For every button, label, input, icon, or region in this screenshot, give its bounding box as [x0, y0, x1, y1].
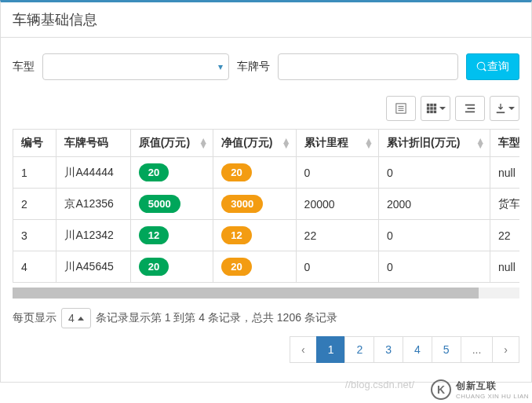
column-header-depr[interactable]: 累计折旧(万元)▲▼	[379, 130, 490, 157]
svg-rect-7	[426, 107, 429, 110]
cell-plate: 川A44444	[56, 157, 130, 189]
cell-id: 1	[13, 157, 56, 189]
cell-id: 3	[13, 220, 56, 251]
plate-number-input[interactable]	[278, 53, 458, 80]
panel-body: 车型 ▾ 车牌号 查询	[1, 38, 531, 382]
svg-rect-10	[426, 111, 429, 114]
svg-rect-12	[433, 111, 436, 114]
table-row[interactable]: 3川A12342121222022生产	[13, 220, 520, 251]
export-button[interactable]	[490, 96, 519, 121]
cell-plate: 川A45645	[56, 251, 130, 283]
watermark-brand: 创新互联	[456, 379, 529, 383]
cell-depr: 0	[379, 251, 490, 283]
cell-type: 货车	[490, 189, 519, 220]
page-size-label: 每页显示	[13, 311, 56, 325]
page-2[interactable]: 2	[344, 336, 374, 363]
toggle-view-button[interactable]	[421, 96, 450, 121]
caret-down-icon	[439, 107, 446, 110]
cell-mileage: 0	[296, 157, 378, 189]
vehicle-type-select[interactable]: ▾	[42, 53, 229, 80]
horizontal-scrollbar[interactable]	[13, 288, 519, 299]
page-size-value: 4	[68, 312, 75, 324]
table-scroll-container: 编号车牌号码原值(万元)▲▼净值(万元)▲▼累计里程▲▼累计折旧(万元)▲▼车型…	[13, 129, 519, 283]
pagination: ‹12345...›	[13, 332, 519, 374]
watermark-logo-icon: K	[431, 379, 451, 383]
cell-id: 2	[13, 189, 56, 220]
net-value-badge: 20	[221, 163, 251, 181]
svg-rect-5	[430, 104, 433, 107]
original-value-badge: 20	[139, 258, 169, 276]
column-header-id: 编号	[13, 130, 56, 157]
vehicle-type-input[interactable]	[42, 53, 229, 80]
table-row[interactable]: 4川A45645202000null暂无	[13, 251, 520, 283]
page-next[interactable]: ›	[492, 336, 519, 363]
table-row[interactable]: 1川A44444202000null暂无	[13, 157, 520, 189]
page-5[interactable]: 5	[432, 336, 461, 363]
cell-type: null	[490, 157, 519, 189]
cell-orig: 20	[130, 251, 213, 283]
records-info: 条记录显示第 1 到第 4 条记录，总共 1206 条记录	[96, 311, 337, 325]
caret-up-icon	[78, 317, 84, 321]
cell-depr: 2000	[379, 189, 490, 220]
original-value-badge: 5000	[139, 195, 180, 213]
page-prev[interactable]: ‹	[290, 336, 317, 363]
page-4[interactable]: 4	[403, 336, 432, 363]
search-button-label: 查询	[487, 60, 509, 74]
table-footer: 每页显示 4 条记录显示第 1 到第 4 条记录，总共 1206 条记录	[13, 299, 519, 332]
cell-id: 4	[13, 251, 56, 283]
sort-icon: ▲▼	[199, 138, 208, 148]
grid-icon	[426, 103, 437, 114]
cell-net: 3000	[213, 189, 296, 220]
caret-down-icon	[508, 107, 515, 110]
plate-number-label: 车牌号	[237, 60, 270, 74]
list-detail-icon	[395, 103, 406, 114]
table-row[interactable]: 2京A1235650003000200002000货车管理	[13, 189, 520, 220]
cell-plate: 川A12342	[56, 220, 130, 251]
sort-icon: ▲▼	[282, 138, 291, 148]
page-size-select[interactable]: 4	[61, 308, 91, 328]
sort-icon: ▲▼	[364, 138, 373, 148]
vehicle-type-label: 车型	[13, 60, 35, 74]
cell-net: 12	[213, 220, 296, 251]
toggle-pagination-button[interactable]	[386, 96, 416, 121]
cell-depr: 0	[379, 157, 490, 189]
cell-mileage: 0	[296, 251, 378, 283]
cell-orig: 12	[130, 220, 213, 251]
scrollbar-thumb[interactable]	[13, 288, 479, 299]
page-ellipsis[interactable]: ...	[461, 336, 494, 363]
svg-rect-11	[430, 111, 433, 114]
table-toolbar	[13, 96, 519, 121]
original-value-badge: 20	[139, 163, 169, 181]
search-button[interactable]: 查询	[466, 53, 519, 80]
cell-mileage: 20000	[296, 189, 378, 220]
columns-icon	[465, 103, 476, 114]
columns-button[interactable]	[455, 96, 485, 121]
svg-rect-6	[433, 104, 436, 107]
column-header-plate: 车牌号码	[56, 130, 130, 157]
net-value-badge: 20	[221, 258, 251, 276]
page-1[interactable]: 1	[316, 336, 346, 363]
table-header-row: 编号车牌号码原值(万元)▲▼净值(万元)▲▼累计里程▲▼累计折旧(万元)▲▼车型…	[13, 130, 520, 157]
vehicle-table: 编号车牌号码原值(万元)▲▼净值(万元)▲▼累计里程▲▼累计折旧(万元)▲▼车型…	[13, 129, 519, 283]
page-3[interactable]: 3	[373, 336, 403, 363]
net-value-badge: 12	[221, 226, 251, 244]
search-icon	[476, 61, 487, 72]
vehicle-info-panel: 车辆基础信息 车型 ▾ 车牌号 查询	[0, 0, 532, 383]
column-header-mileage[interactable]: 累计里程▲▼	[296, 130, 378, 157]
cell-plate: 京A12356	[56, 189, 130, 220]
svg-rect-4	[426, 104, 429, 107]
watermark: K 创新互联 CHUANG XIN HU LIAN	[431, 379, 529, 383]
export-icon	[495, 103, 506, 114]
original-value-badge: 12	[139, 226, 169, 244]
cell-net: 20	[213, 251, 296, 283]
cell-orig: 20	[130, 157, 213, 189]
cell-type: 22	[490, 220, 519, 251]
cell-type: null	[490, 251, 519, 283]
svg-rect-8	[430, 107, 433, 110]
net-value-badge: 3000	[221, 195, 263, 213]
column-header-net[interactable]: 净值(万元)▲▼	[213, 130, 296, 157]
sort-icon: ▲▼	[476, 138, 485, 148]
column-header-orig[interactable]: 原值(万元)▲▼	[130, 130, 213, 157]
search-form: 车型 ▾ 车牌号 查询	[13, 53, 519, 80]
cell-depr: 0	[379, 220, 490, 251]
